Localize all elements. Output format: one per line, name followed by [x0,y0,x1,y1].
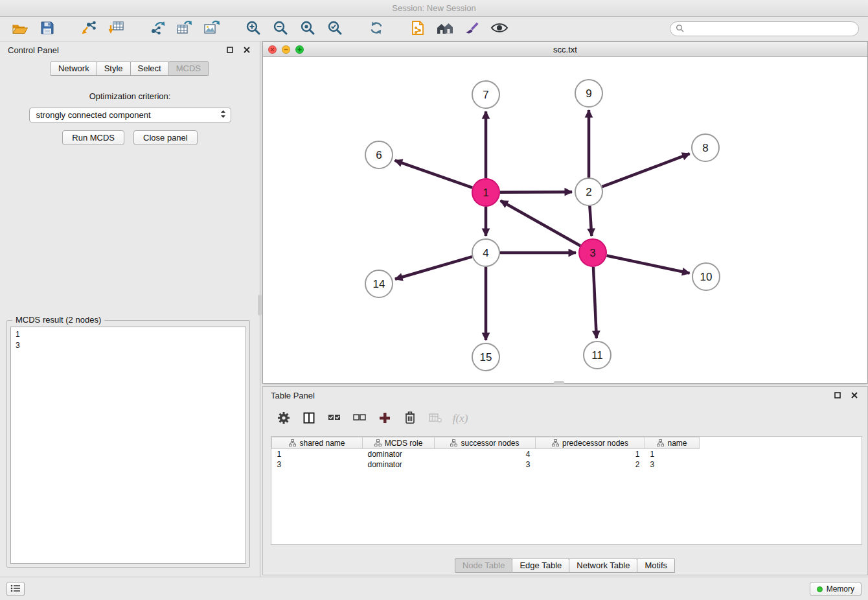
graph-edge-1-6[interactable] [395,161,473,188]
tab-style[interactable]: Style [97,61,131,76]
table-cell[interactable]: 4 [435,449,536,459]
table-cell[interactable]: 1 [272,449,363,459]
export-image-button[interactable] [201,19,223,39]
import-table-button[interactable] [105,19,127,39]
save-session-button[interactable] [36,19,58,39]
graph-node-3[interactable]: 3 [579,239,606,266]
table-settings-button[interactable] [271,408,295,430]
graph-node-1[interactable]: 1 [472,179,499,206]
table-cell[interactable]: dominator [363,449,435,459]
export-table-button[interactable] [174,19,196,39]
show-details-button[interactable] [488,19,510,39]
home-button[interactable] [434,19,456,39]
control-panel-float-button[interactable] [225,45,235,55]
mcds-result-list[interactable]: 1 3 [10,327,246,564]
open-session-button[interactable] [9,19,31,39]
criterion-dropdown[interactable]: strongly connected component [29,108,231,122]
tab-edge-table[interactable]: Edge Table [512,558,569,573]
graph-node-11[interactable]: 11 [584,341,611,369]
column-header-successor-nodes[interactable]: successor nodes [435,437,536,449]
function-builder-button[interactable]: f(x) [448,408,472,430]
search-field[interactable] [670,21,859,36]
column-header-shared-name[interactable]: shared name [272,437,363,449]
table-panel-float-button[interactable] [832,390,843,400]
column-header-MCDS-role[interactable]: MCDS role [363,437,435,449]
memory-button[interactable]: Memory [810,582,862,596]
graph-node-7[interactable]: 7 [472,81,499,108]
tab-select[interactable]: Select [130,61,169,76]
table-panel-close-button[interactable] [849,390,860,400]
close-panel-button[interactable]: Close panel [133,130,198,145]
table-cell[interactable]: 3 [272,459,363,470]
graph-node-15[interactable]: 15 [472,343,499,371]
graph-node-4[interactable]: 4 [472,239,499,266]
refresh-view-button[interactable] [365,19,387,39]
zoom-in-button[interactable] [242,19,264,39]
svg-text:2: 2 [586,186,591,198]
run-mcds-button[interactable]: Run MCDS [62,130,124,145]
graph-node-10[interactable]: 10 [692,263,720,290]
close-window-button[interactable] [268,45,277,54]
graph-node-2[interactable]: 2 [575,178,602,205]
delete-button[interactable] [398,408,422,430]
graph-node-8[interactable]: 8 [692,134,719,161]
float-window-icon [834,391,841,400]
delete-table-button[interactable] [423,408,447,430]
graph-edge-1-2[interactable] [500,192,572,192]
tab-node-table[interactable]: Node Table [455,558,513,573]
zoom-selected-button[interactable] [324,19,346,39]
graph-edge-3-1[interactable] [501,201,580,246]
table-row[interactable]: 1dominator411 [272,449,862,459]
zoom-fit-button[interactable] [297,19,319,39]
search-input[interactable] [687,25,853,34]
tab-network-table[interactable]: Network Table [569,558,637,573]
graph-node-9[interactable]: 9 [575,80,602,107]
style-button[interactable] [461,19,483,39]
network-canvas[interactable]: 7968124314101511 [263,57,867,383]
svg-text:7: 7 [483,89,488,101]
export-table-icon [176,20,193,38]
export-network-button[interactable] [146,19,168,39]
table-cell[interactable]: 3 [435,459,536,470]
column-header-predecessor-nodes[interactable]: predecessor nodes [536,437,645,449]
fx-icon: f(x) [453,412,468,425]
graph-edge-2-8[interactable] [602,154,690,187]
table-cell[interactable]: 2 [536,459,645,470]
deselect-all-button[interactable] [347,408,371,430]
graph-node-14[interactable]: 14 [365,270,393,297]
table-row[interactable]: 3dominator323 [272,459,862,470]
graph-edge-4-14[interactable] [395,257,472,279]
graph-edge-3-11[interactable] [593,267,597,338]
control-panel-close-button[interactable] [242,45,252,55]
zoom-fit-icon [300,20,315,38]
table-cell[interactable]: 3 [645,459,700,470]
show-columns-button[interactable] [297,408,321,430]
memory-status-icon [817,586,823,592]
tab-network[interactable]: Network [51,61,97,76]
import-network-button[interactable] [78,19,100,39]
vertical-splitter-handle[interactable] [258,295,262,316]
select-all-button[interactable] [322,408,346,430]
column-header-name[interactable]: name [645,437,700,449]
zoom-in-icon [246,20,261,38]
show-panels-button[interactable] [6,582,25,596]
network-window-titlebar[interactable]: scc.txt [263,42,867,57]
control-panel-tabs: Network Style Select MCDS [0,61,260,76]
tab-motifs[interactable]: Motifs [637,558,675,573]
minimize-window-button[interactable] [282,45,290,54]
tab-mcds[interactable]: MCDS [168,61,209,76]
table-cell[interactable]: dominator [363,459,435,470]
table-cell[interactable]: 1 [536,449,645,459]
status-bar: Memory [0,577,868,600]
table-cell[interactable]: 1 [645,449,700,459]
add-button[interactable] [372,408,396,430]
maximize-window-button[interactable] [295,45,304,54]
graph-node-6[interactable]: 6 [365,141,393,168]
graph-edge-3-10[interactable] [607,256,690,273]
horizontal-splitter-handle[interactable] [554,381,564,384]
zoom-selected-icon [327,20,343,38]
list-icon [10,584,21,594]
graph-edge-2-3[interactable] [589,206,591,236]
zoom-out-button[interactable] [269,19,291,39]
network-file-button[interactable] [407,19,429,39]
